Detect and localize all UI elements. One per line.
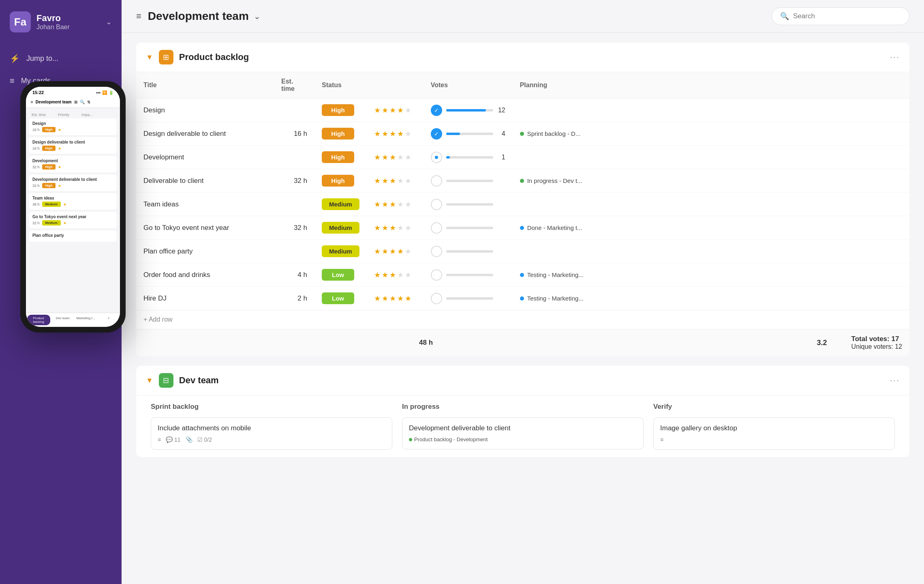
star-empty-icon[interactable]: ★ bbox=[405, 271, 411, 279]
row-planning[interactable]: In progress - Dev t... bbox=[513, 169, 909, 193]
phone-row[interactable]: Design deliverable to client16 hHigh★ bbox=[29, 137, 117, 154]
row-title[interactable]: Plan office party bbox=[136, 240, 274, 263]
row-status[interactable]: Low bbox=[314, 287, 367, 310]
row-title[interactable]: Design bbox=[136, 99, 274, 122]
menu-icon[interactable]: ≡ bbox=[136, 11, 141, 21]
star-empty-icon[interactable]: ★ bbox=[397, 271, 404, 279]
row-planning[interactable]: Sprint backlog - D... bbox=[513, 122, 909, 146]
phone-row[interactable]: Design16 hHigh★ bbox=[29, 118, 117, 135]
star-filled-icon[interactable]: ★ bbox=[374, 200, 381, 209]
row-stars[interactable]: ★★★★★ bbox=[367, 169, 424, 193]
phone-tab-marketing-t...[interactable]: Marketing t... bbox=[74, 315, 97, 325]
row-votes[interactable]: ✓12 bbox=[424, 99, 513, 122]
sidebar-chevron-icon[interactable]: ⌄ bbox=[106, 17, 112, 26]
star-filled-icon[interactable]: ★ bbox=[382, 153, 388, 162]
row-stars[interactable]: ★★★★★ bbox=[367, 193, 424, 216]
add-row-button[interactable]: + Add row bbox=[136, 310, 909, 329]
star-filled-icon[interactable]: ★ bbox=[389, 129, 396, 138]
star-filled-icon[interactable]: ★ bbox=[374, 271, 381, 279]
row-planning[interactable]: Testing - Marketing... bbox=[513, 263, 909, 287]
star-filled-icon[interactable]: ★ bbox=[374, 294, 381, 303]
row-title[interactable]: Design deliverable to client bbox=[136, 122, 274, 146]
star-filled-icon[interactable]: ★ bbox=[374, 129, 381, 138]
row-votes[interactable] bbox=[424, 169, 513, 193]
star-filled-icon[interactable]: ★ bbox=[382, 200, 388, 209]
star-empty-icon[interactable]: ★ bbox=[405, 200, 411, 209]
kanban-card[interactable]: Image gallery on desktop≡ bbox=[653, 417, 895, 450]
star-empty-icon[interactable]: ★ bbox=[405, 153, 411, 162]
star-empty-icon[interactable]: ★ bbox=[405, 129, 411, 138]
vote-unchecked-icon[interactable] bbox=[431, 199, 442, 210]
star-filled-icon[interactable]: ★ bbox=[389, 294, 396, 303]
star-filled-icon[interactable]: ★ bbox=[397, 129, 404, 138]
row-stars[interactable]: ★★★★★ bbox=[367, 287, 424, 310]
dev-section-more-icon[interactable]: ··· bbox=[890, 375, 900, 386]
row-stars[interactable]: ★★★★★ bbox=[367, 216, 424, 240]
star-filled-icon[interactable]: ★ bbox=[389, 153, 396, 162]
phone-row[interactable]: Plan office party bbox=[29, 230, 117, 242]
star-filled-icon[interactable]: ★ bbox=[374, 223, 381, 232]
star-empty-icon[interactable]: ★ bbox=[405, 223, 411, 232]
row-title[interactable]: Team ideas bbox=[136, 193, 274, 216]
row-status[interactable]: Medium bbox=[314, 193, 367, 216]
star-filled-icon[interactable]: ★ bbox=[389, 271, 396, 279]
sidebar-item-jump-to[interactable]: ⚡ Jump to... bbox=[0, 47, 122, 70]
row-title[interactable]: Development bbox=[136, 146, 274, 169]
star-filled-icon[interactable]: ★ bbox=[397, 247, 404, 256]
row-planning[interactable]: Done - Marketing t... bbox=[513, 216, 909, 240]
row-stars[interactable]: ★★★★★ bbox=[367, 263, 424, 287]
vote-unchecked-icon[interactable] bbox=[431, 152, 442, 163]
phone-row[interactable]: Development deliverable to client32 hHig… bbox=[29, 174, 117, 191]
star-empty-icon[interactable]: ★ bbox=[397, 153, 404, 162]
row-votes[interactable]: ✓4 bbox=[424, 122, 513, 146]
star-filled-icon[interactable]: ★ bbox=[374, 106, 381, 115]
vote-unchecked-icon[interactable] bbox=[431, 269, 442, 281]
vote-unchecked-icon[interactable] bbox=[431, 246, 442, 257]
row-votes[interactable] bbox=[424, 263, 513, 287]
star-filled-icon[interactable]: ★ bbox=[382, 176, 388, 185]
star-filled-icon[interactable]: ★ bbox=[397, 106, 404, 115]
star-filled-icon[interactable]: ★ bbox=[389, 223, 396, 232]
search-box[interactable]: 🔍 bbox=[772, 7, 909, 25]
star-empty-icon[interactable]: ★ bbox=[405, 176, 411, 185]
star-empty-icon[interactable]: ★ bbox=[397, 223, 404, 232]
row-title[interactable]: Order food and drinks bbox=[136, 263, 274, 287]
search-input[interactable] bbox=[793, 12, 901, 20]
row-stars[interactable]: ★★★★★ bbox=[367, 99, 424, 122]
star-filled-icon[interactable]: ★ bbox=[374, 176, 381, 185]
row-status[interactable]: High bbox=[314, 169, 367, 193]
vote-unchecked-icon[interactable] bbox=[431, 175, 442, 187]
phone-tab-+[interactable]: + bbox=[97, 315, 120, 325]
star-filled-icon[interactable]: ★ bbox=[374, 153, 381, 162]
star-empty-icon[interactable]: ★ bbox=[397, 200, 404, 209]
row-votes[interactable] bbox=[424, 240, 513, 263]
kanban-card[interactable]: Development deliverable to clientProduct… bbox=[402, 417, 644, 449]
star-filled-icon[interactable]: ★ bbox=[389, 200, 396, 209]
kanban-card[interactable]: Include attachments on mobile≡💬 11📎☑ 0/2 bbox=[151, 417, 392, 450]
row-stars[interactable]: ★★★★★ bbox=[367, 146, 424, 169]
star-filled-icon[interactable]: ★ bbox=[405, 294, 411, 303]
star-filled-icon[interactable]: ★ bbox=[382, 271, 388, 279]
star-filled-icon[interactable]: ★ bbox=[382, 129, 388, 138]
star-empty-icon[interactable]: ★ bbox=[397, 176, 404, 185]
star-filled-icon[interactable]: ★ bbox=[389, 247, 396, 256]
topbar-chevron-icon[interactable]: ⌄ bbox=[254, 11, 261, 21]
star-filled-icon[interactable]: ★ bbox=[382, 106, 388, 115]
star-filled-icon[interactable]: ★ bbox=[382, 294, 388, 303]
section-more-icon[interactable]: ··· bbox=[890, 52, 900, 62]
star-empty-icon[interactable]: ★ bbox=[405, 247, 411, 256]
vote-checked-icon[interactable]: ✓ bbox=[431, 128, 442, 140]
vote-checked-icon[interactable]: ✓ bbox=[431, 105, 442, 116]
vote-unchecked-icon[interactable] bbox=[431, 293, 442, 304]
row-planning[interactable] bbox=[513, 146, 909, 169]
phone-tab-dev-team[interactable]: Dev team bbox=[51, 315, 75, 325]
row-votes[interactable]: 1 bbox=[424, 146, 513, 169]
row-status[interactable]: Medium bbox=[314, 240, 367, 263]
phone-row[interactable]: Development32 hHigh★ bbox=[29, 156, 117, 172]
phone-tab-product-backlog[interactable]: Product backlog bbox=[27, 315, 50, 325]
row-votes[interactable] bbox=[424, 287, 513, 310]
star-filled-icon[interactable]: ★ bbox=[382, 223, 388, 232]
phone-row[interactable]: Go to Tokyo event next year32 hMedium★ bbox=[29, 212, 117, 228]
row-status[interactable]: High bbox=[314, 99, 367, 122]
row-votes[interactable] bbox=[424, 216, 513, 240]
